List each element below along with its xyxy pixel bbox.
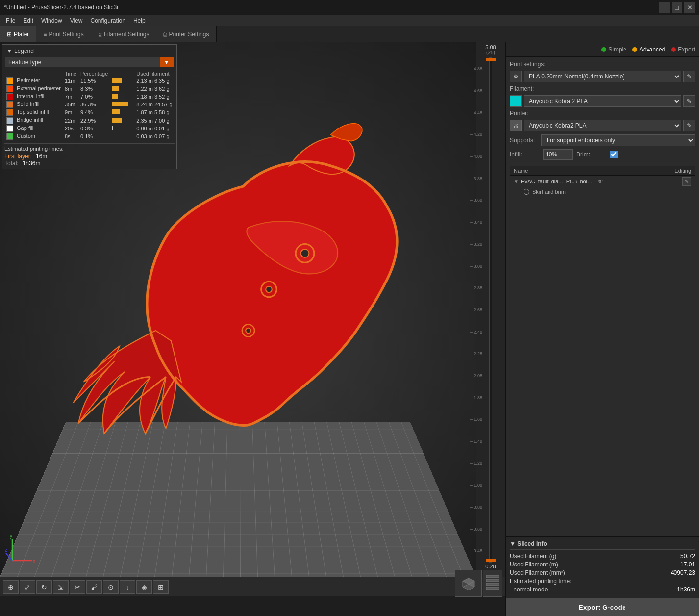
menu-item-window[interactable]: Window (37, 16, 66, 25)
brim-checkbox[interactable] (610, 151, 618, 158)
print-settings-icon[interactable]: ⚙ (510, 71, 522, 82)
print-settings-row: Print settings: (510, 61, 695, 68)
legend-row-pct: 9.4% (78, 108, 110, 116)
menu-item-file[interactable]: File (2, 16, 19, 25)
layer-thumb-bottom[interactable] (486, 559, 496, 562)
sliced-val-1: 17.01 (680, 561, 695, 568)
tab-printer-settings[interactable]: ⎙ Printer Settings (156, 26, 216, 42)
legend-row-time: 9m (63, 108, 78, 116)
tree-edit-btn-0[interactable]: ✎ (682, 177, 691, 186)
legend-row: Gap fill 20s 0.3% 0.00 m 0.01 g (4, 125, 175, 132)
tree-item-0[interactable]: ▼ HVAC_fault_dia..._PCB_holder.stl 👁 ✎ (510, 176, 695, 187)
tab-plater[interactable]: ⊞ Plater (0, 26, 36, 42)
object-tree: Name Editing ▼ HVAC_fault_dia..._PCB_hol… (510, 164, 695, 198)
maximize-button[interactable]: □ (672, 2, 682, 13)
legend-row-filament: 2.35 m 7.00 g (134, 116, 174, 124)
view-cube-btn[interactable] (455, 570, 482, 597)
paint-tool[interactable]: 🖌 (86, 580, 102, 594)
legend-row-color: External perimeter (4, 85, 63, 93)
export-gcode-button[interactable]: Export G-code (506, 598, 699, 616)
filament-profile-select[interactable]: Anycubic Kobra 2 PLA (524, 95, 681, 107)
sliced-label-0: Used Filament (g) (510, 553, 556, 560)
arrange-tool[interactable]: ⊞ (153, 580, 169, 594)
fdm-tool[interactable]: ◈ (136, 580, 152, 594)
legend-row-time: 35m (63, 101, 78, 108)
sliced-info-panel: ▼ Sliced Info Used Filament (g) 50.72 Us… (506, 536, 699, 598)
seam-tool[interactable]: ⊙ (103, 580, 119, 594)
est-total-val: 1h36m (23, 160, 41, 167)
mode-simple[interactable]: Simple (601, 46, 626, 53)
legend-row-color: Solid infill (4, 101, 63, 108)
legend-row-time: 8s (63, 132, 78, 140)
est-first-val: 16m (36, 153, 47, 160)
settings-panel: Print settings: ⚙ PLA 0.20mm Normal(0.4m… (506, 57, 699, 536)
legend-row-bar (110, 101, 134, 108)
layer-view-btn[interactable] (483, 570, 502, 597)
printer-icon: 🖨 (510, 120, 522, 131)
legend-row-color: Custom (4, 132, 63, 140)
svg-rect-13 (486, 587, 499, 590)
rotate-tool[interactable]: ↻ (36, 580, 52, 594)
legend-row-filament: 0.03 m 0.07 g (134, 132, 174, 140)
svg-point-1 (301, 249, 309, 257)
legend-row-color: Internal infill (4, 93, 63, 101)
filament-row: Filament: (510, 85, 695, 92)
viewport-panel: ▼ Legend Feature type ▼ Time Percentage … (0, 42, 505, 616)
legend-row: Perimeter 11m 11.5% 2.13 m 6.35 g (4, 77, 175, 85)
mode-advanced[interactable]: Advanced (632, 46, 665, 53)
tree-chevron-icon: ▼ (514, 179, 519, 184)
legend-col-time: Time (63, 70, 78, 77)
add-object-tool[interactable]: ⊕ (3, 580, 19, 594)
minimize-button[interactable]: – (659, 2, 670, 13)
layer-view-icon (485, 573, 500, 593)
svg-text:y: y (10, 534, 12, 539)
estimated-times: Estimated printing times: First layer: 1… (4, 143, 175, 167)
legend-panel: ▼ Legend Feature type ▼ Time Percentage … (2, 44, 177, 169)
printer-profile-select[interactable]: Anycubic Kobra2-PLA (524, 120, 681, 131)
supports-select[interactable]: For support enforcers only (541, 134, 695, 146)
print-profile-edit-btn[interactable]: ✎ (683, 71, 695, 82)
legend-row-color: Top solid infill (4, 108, 63, 116)
infill-input[interactable] (543, 149, 573, 160)
menu-item-configuration[interactable]: Configuration (87, 16, 129, 25)
toolbar-tabs: ⊞ Plater ≡ Print Settings ⧖ Filament Set… (0, 26, 699, 42)
sliced-val-4: 1h36m (677, 586, 695, 593)
filament-profile-edit-btn[interactable]: ✎ (683, 95, 695, 107)
menu-item-view[interactable]: View (66, 16, 87, 25)
tree-radio-icon (524, 189, 529, 195)
layer-thumb-top[interactable] (486, 58, 496, 61)
sliced-row-0: Used Filament (g) 50.72 (510, 553, 695, 560)
cut-tool[interactable]: ✂ (70, 580, 85, 594)
layer-track[interactable]: – 4.88– 4.68– 4.48– 4.28– 4.08– 3.88– 3.… (489, 57, 492, 563)
legend-col-bar (110, 70, 134, 77)
tab-print-settings[interactable]: ≡ Print Settings (36, 26, 91, 42)
filament-color-swatch[interactable] (510, 95, 522, 107)
mode-expert[interactable]: Expert (671, 46, 695, 53)
svg-rect-11 (486, 579, 499, 582)
scale-tool[interactable]: ⇲ (53, 580, 69, 594)
legend-filter-dropdown[interactable]: ▼ (160, 57, 174, 67)
legend-filter-label: Feature type (5, 57, 160, 67)
menu-item-edit[interactable]: Edit (19, 16, 37, 25)
legend-row-pct: 7.0% (78, 93, 110, 101)
printer-profile-edit-btn[interactable]: ✎ (683, 120, 695, 131)
tree-visibility-btn-0[interactable]: 👁 (596, 177, 605, 186)
support-tool[interactable]: ↓ (120, 580, 135, 594)
close-button[interactable]: ✕ (684, 2, 695, 13)
menu-item-help[interactable]: Help (129, 16, 150, 25)
move-tool[interactable]: ⤢ (20, 580, 35, 594)
filament-settings-icon: ⧖ (98, 31, 102, 38)
legend-row-time: 20s (63, 125, 78, 132)
legend-row: External perimeter 8m 8.3% 1.22 m 3.62 g (4, 85, 175, 93)
legend-col-filament: Used filament (134, 70, 174, 77)
sliced-row-1: Used Filament (m) 17.01 (510, 561, 695, 568)
print-settings-icon: ≡ (43, 31, 47, 38)
layer-slider[interactable]: 5.08 (25) – 4.88– 4.68– 4.48– 4.28– 4.08… (476, 42, 505, 577)
tree-col-name: Name (514, 168, 652, 174)
tab-filament-settings[interactable]: ⧖ Filament Settings (91, 26, 157, 42)
legend-row-time: 11m (63, 77, 78, 85)
print-profile-select[interactable]: PLA 0.20mm Normal(0.4mm Nozzle) (524, 71, 681, 82)
svg-point-3 (266, 286, 272, 293)
svg-rect-12 (486, 583, 499, 586)
est-total-row: Total: 1h36m (4, 160, 175, 167)
